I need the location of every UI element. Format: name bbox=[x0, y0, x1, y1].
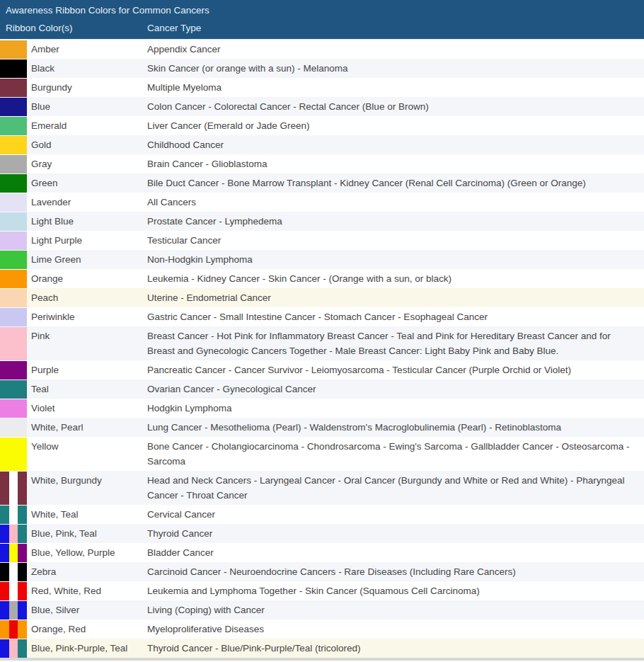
swatch-stripe bbox=[0, 136, 27, 154]
swatch-stripe bbox=[0, 601, 9, 620]
ribbon-color-label: Emerald bbox=[27, 116, 147, 135]
ribbon-color-swatch bbox=[0, 506, 27, 524]
swatch-stripe bbox=[0, 289, 27, 307]
swatch-stripe bbox=[9, 639, 18, 658]
cancer-type-text: Pancreatic Cancer - Cancer Survivor - Le… bbox=[147, 360, 644, 379]
swatch-stripe bbox=[0, 563, 9, 581]
table-row: White, Pearl Lung Cancer - Mesothelioma … bbox=[0, 418, 644, 437]
ribbon-color-swatch bbox=[0, 525, 27, 543]
table-row: Peach Uterine - Endometrial Cancer bbox=[0, 288, 644, 307]
table-row: Red, White, Red Leukemia and Lymphoma To… bbox=[0, 581, 644, 600]
ribbon-color-swatch bbox=[0, 251, 27, 269]
swatch-stripe bbox=[9, 563, 18, 581]
table-row: Emerald Liver Cancer (Emerald or Jade Gr… bbox=[0, 116, 644, 135]
swatch-stripe bbox=[0, 544, 9, 562]
swatch-stripe bbox=[0, 506, 9, 524]
cancer-type-text: Skin Cancer (or orange with a sun) - Mel… bbox=[147, 59, 644, 78]
swatch-stripe bbox=[9, 506, 18, 524]
swatch-stripe bbox=[9, 582, 18, 600]
swatch-stripe bbox=[0, 79, 27, 97]
column-header-ribbon-colors: Ribbon Color(s) bbox=[0, 23, 147, 33]
table-row: Pink Breast Cancer - Hot Pink for Inflam… bbox=[0, 326, 644, 360]
swatch-stripe bbox=[0, 472, 9, 505]
ribbon-color-swatch bbox=[0, 601, 27, 620]
ribbon-color-swatch bbox=[0, 155, 27, 173]
table-row: Blue, Yellow, Purple Bladder Cancer bbox=[0, 543, 644, 562]
ribbon-color-swatch bbox=[0, 212, 27, 231]
table-row: Green Bile Duct Cancer - Bone Marrow Tra… bbox=[0, 173, 644, 193]
ribbon-color-label: Black bbox=[27, 59, 147, 78]
table-row: Gold Childhood Cancer bbox=[0, 135, 644, 154]
cancer-type-text: Bile Duct Cancer - Bone Marrow Transplan… bbox=[147, 173, 644, 193]
ribbon-color-label: Yellow bbox=[27, 437, 147, 471]
swatch-stripe bbox=[18, 620, 27, 639]
swatch-stripe bbox=[0, 525, 9, 543]
swatch-stripe bbox=[0, 155, 27, 173]
ribbon-color-swatch bbox=[0, 308, 27, 326]
ribbon-color-label: Amber bbox=[27, 40, 147, 59]
ribbon-color-swatch bbox=[0, 327, 27, 360]
ribbon-color-swatch bbox=[0, 361, 27, 379]
ribbon-color-label: White, Pearl bbox=[27, 418, 147, 437]
page-title: Awareness Ribbon Colors for Common Cance… bbox=[0, 0, 644, 19]
ribbon-color-label: Gray bbox=[27, 154, 147, 173]
swatch-stripe bbox=[18, 506, 27, 524]
column-header-row: Ribbon Color(s) Cancer Type bbox=[0, 19, 644, 39]
table-header: Awareness Ribbon Colors for Common Cance… bbox=[0, 0, 644, 39]
swatch-stripe bbox=[0, 98, 27, 116]
table-row: Orange, Red Myeloproliferative Diseases bbox=[0, 620, 644, 639]
swatch-stripe bbox=[0, 40, 27, 59]
table-body: Amber Appendix Cancer Black Skin Cancer … bbox=[0, 39, 644, 658]
ribbon-color-swatch bbox=[0, 399, 27, 418]
swatch-stripe bbox=[0, 251, 27, 269]
ribbon-color-label: Red, White, Red bbox=[27, 581, 147, 600]
swatch-stripe bbox=[0, 620, 9, 639]
swatch-stripe bbox=[18, 601, 27, 620]
table-row: Periwinkle Gastric Cancer - Small Intest… bbox=[0, 307, 644, 326]
ribbon-color-swatch bbox=[0, 563, 27, 581]
ribbon-color-label: Green bbox=[27, 173, 147, 193]
swatch-stripe bbox=[0, 174, 27, 193]
ribbon-color-swatch bbox=[0, 136, 27, 154]
ribbon-color-swatch bbox=[0, 79, 27, 97]
table-row: Blue, Silver Living (Coping) with Cancer bbox=[0, 600, 644, 620]
table-row: Blue Colon Cancer - Colorectal Cancer - … bbox=[0, 97, 644, 116]
ribbon-color-label: Orange bbox=[27, 269, 147, 288]
ribbon-color-label: Peach bbox=[27, 288, 147, 307]
cancer-type-text: Breast Cancer - Hot Pink for Inflammator… bbox=[147, 326, 644, 360]
ribbon-color-swatch bbox=[0, 40, 27, 59]
ribbon-color-label: Blue, Yellow, Purple bbox=[27, 543, 147, 562]
ribbon-color-swatch bbox=[0, 472, 27, 505]
table-row: Blue, Pink, Teal Thyroid Cancer bbox=[0, 524, 644, 543]
cancer-type-text: Gastric Cancer - Small Intestine Cancer … bbox=[147, 307, 644, 326]
ribbon-color-label: White, Teal bbox=[27, 505, 147, 524]
ribbon-color-swatch bbox=[0, 232, 27, 250]
ribbon-color-swatch bbox=[0, 270, 27, 288]
swatch-stripe bbox=[0, 327, 27, 360]
cancer-type-text: Thyroid Cancer - Blue/Pink-Purple/Teal (… bbox=[147, 639, 644, 658]
awareness-ribbon-table-page: Awareness Ribbon Colors for Common Cance… bbox=[0, 0, 644, 662]
swatch-stripe bbox=[18, 472, 27, 505]
ribbon-color-label: Pink bbox=[27, 326, 147, 360]
cancer-type-text: Liver Cancer (Emerald or Jade Green) bbox=[147, 116, 644, 135]
ribbon-color-label: Light Blue bbox=[27, 212, 147, 231]
swatch-stripe bbox=[0, 232, 27, 250]
cancer-type-text: Leukemia and Lymphoma Together - Skin Ca… bbox=[147, 581, 644, 600]
ribbon-color-swatch bbox=[0, 639, 27, 658]
cancer-type-text: Non-Hodgkin Lymphoma bbox=[147, 250, 644, 269]
ribbon-color-label: Light Purple bbox=[27, 231, 147, 250]
cancer-type-text: Cervical Cancer bbox=[147, 505, 644, 524]
swatch-stripe bbox=[9, 620, 18, 639]
swatch-stripe bbox=[18, 544, 27, 562]
cancer-type-text: Ovarian Cancer - Gynecological Cancer bbox=[147, 379, 644, 399]
table-row: White, Burgundy Head and Neck Cancers - … bbox=[0, 471, 644, 505]
ribbon-color-swatch bbox=[0, 174, 27, 193]
swatch-stripe bbox=[0, 438, 27, 471]
cancer-type-text: Colon Cancer - Colorectal Cancer - Recta… bbox=[147, 97, 644, 116]
table-row: Orange Leukemia - Kidney Cancer - Skin C… bbox=[0, 269, 644, 288]
ribbon-color-swatch bbox=[0, 544, 27, 562]
cancer-type-text: Multiple Myeloma bbox=[147, 78, 644, 97]
table-row: Lavender All Cancers bbox=[0, 193, 644, 212]
swatch-stripe bbox=[0, 418, 27, 437]
cancer-type-text: Myeloproliferative Diseases bbox=[147, 620, 644, 639]
